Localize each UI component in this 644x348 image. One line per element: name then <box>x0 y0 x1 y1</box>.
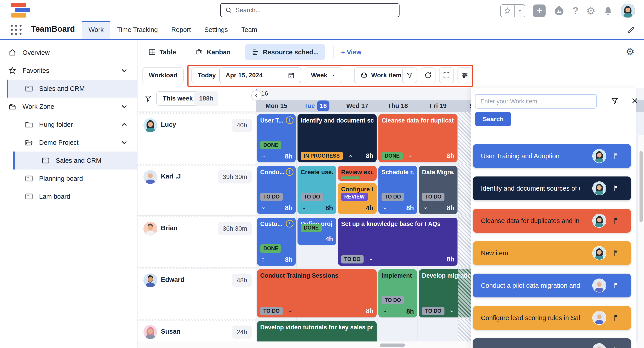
horizontal-scrollbar[interactable] <box>380 343 405 347</box>
chevron-down-icon[interactable] <box>287 309 294 314</box>
chevron-down-icon[interactable] <box>407 154 414 158</box>
chevron-down-icon[interactable] <box>382 206 388 211</box>
task-card-implement[interactable]: Implement ...TO DO8h <box>378 269 417 317</box>
chevron-down-icon[interactable] <box>260 154 267 159</box>
favorite-split-button[interactable] <box>500 4 525 17</box>
task-card-condu[interactable]: Condu...!TO DO8h <box>257 166 296 214</box>
sidebar-item-sales-and-crm[interactable]: Sales and CRM <box>13 152 137 170</box>
date-picker[interactable]: Apr 15, 2024 <box>219 68 301 83</box>
task-card-user-t[interactable]: User T...!DONE8h <box>257 114 296 162</box>
global-search[interactable] <box>220 3 400 17</box>
task-card-define-proj[interactable]: Define proj...DONE4h <box>298 218 336 245</box>
task-card-identify-and-document-sou[interactable]: Identify and document sou...IN PROGRESS8… <box>298 114 376 162</box>
task-card-custo[interactable]: Custo...!DONE8h <box>257 218 296 266</box>
task-title: Develop video tutorials for key sales pr… <box>260 324 374 331</box>
today-button[interactable]: Today <box>192 68 222 83</box>
panel-search-button[interactable]: Search <box>475 112 511 126</box>
nav-tab-team[interactable]: Team <box>234 21 264 39</box>
nav-tab-time-tracking[interactable]: Time Tracking <box>110 21 164 39</box>
chevron-down-icon[interactable] <box>448 309 455 314</box>
chevron-down-icon[interactable] <box>382 309 388 314</box>
flag-icon <box>612 346 620 348</box>
filter-button[interactable] <box>402 68 417 83</box>
nav-tab-report[interactable]: Report <box>164 21 198 39</box>
sidebar-item-favorites[interactable]: Favorites <box>0 62 137 80</box>
panel-work-item-configure-lead-scoring-rules-in-salesf[interactable]: Configure lead scoring rules in Salesf..… <box>473 306 631 330</box>
tab-resource-scheduling[interactable]: Resource sched... <box>245 44 325 60</box>
sidebar-item-overview[interactable]: Overview <box>0 44 137 62</box>
work-item-title: Configure lead scoring rules in Salesf..… <box>481 306 580 330</box>
task-card-develop-video-tutorials-for-key-sales-proce[interactable]: Develop video tutorials for key sales pr… <box>257 321 376 341</box>
edit-pencil-icon[interactable] <box>627 26 636 34</box>
task-card-data-migra[interactable]: Data Migra...TO DO8h <box>419 166 458 214</box>
task-card-review-exi[interactable]: Review exi... <box>338 166 376 181</box>
nav-tab-settings[interactable]: Settings <box>198 21 234 39</box>
view-settings-gear-icon[interactable]: ⚙ <box>626 46 634 57</box>
task-title: Identify and document sou... <box>301 117 374 125</box>
task-card-configure-l[interactable]: Configure l...REVIEW4h <box>338 183 376 214</box>
chevron-up-icon[interactable] <box>120 120 128 129</box>
caret-down-icon[interactable] <box>514 5 525 17</box>
status-badge-to-do: TO DO <box>341 255 364 263</box>
plus-icon: + <box>536 6 542 16</box>
bell-icon[interactable] <box>603 6 613 16</box>
collapse-panel-button[interactable] <box>251 90 262 101</box>
nav-tab-work[interactable]: Work <box>82 21 110 39</box>
star-icon[interactable] <box>501 5 514 17</box>
panel-work-item-cleanse-data-for-duplicates-and-inacc[interactable]: Cleanse data for duplicates and inacc... <box>473 209 631 233</box>
work-item-button[interactable]: Work item <box>354 68 408 83</box>
sidebar-item-work-zone[interactable]: Work Zone <box>0 98 137 116</box>
task-title: Create use... <box>301 169 333 176</box>
task-card-cleanse-data-for-duplicate[interactable]: Cleanse data for duplicate...DONE8h <box>378 114 458 162</box>
chevron-down-icon[interactable] <box>120 66 128 75</box>
chevron-down-icon[interactable] <box>120 138 128 147</box>
chevron-down-icon[interactable] <box>260 206 267 211</box>
sidebar: OverviewFavoritesSales and CRMWork ZoneH… <box>0 40 138 348</box>
panel-work-item-new-item[interactable]: New item <box>473 241 631 265</box>
panel-work-item-user-training-and-adoption[interactable]: User Training and Adoption <box>473 144 631 168</box>
panel-work-item-identify-and-document-sources-of-exi[interactable]: Identify and document sources of exi... <box>473 176 631 200</box>
create-button[interactable]: + <box>533 5 546 17</box>
sidebar-item-lam-board[interactable]: Lam board <box>0 187 137 205</box>
warning-icon: ! <box>286 220 294 227</box>
panel-filter-icon[interactable] <box>611 97 619 105</box>
resource-filter-icon[interactable] <box>144 94 152 103</box>
settings-sliders-button[interactable] <box>458 68 472 83</box>
fullscreen-button[interactable] <box>439 68 454 83</box>
help-icon[interactable]: ? <box>572 5 578 17</box>
sidebar-item-hung-folder[interactable]: Hung folder <box>0 116 137 134</box>
sidebar-item-sales-and-crm[interactable]: Sales and CRM <box>7 80 137 98</box>
chevron-up-icon[interactable] <box>347 154 354 158</box>
chevron-down-icon[interactable] <box>368 257 374 262</box>
task-card-schedule-r[interactable]: Schedule r...TO DO8h <box>378 166 417 214</box>
chevron-down-icon[interactable] <box>120 102 128 111</box>
panel-work-item-conduct-a-pilot-data-migration-and-va[interactable]: Conduct a pilot data migration and va... <box>473 274 631 297</box>
tabs-divider <box>334 46 334 58</box>
gear-icon[interactable]: ⚙ <box>586 5 596 17</box>
chevron-down-icon[interactable] <box>422 206 429 211</box>
work-item-search-input[interactable] <box>475 94 597 109</box>
this-week-button[interactable]: This week <box>156 91 199 106</box>
panel-work-item-item[interactable] <box>473 338 631 348</box>
refresh-button[interactable] <box>421 68 436 83</box>
workload-button[interactable]: Workload <box>142 68 184 83</box>
apps-icon[interactable] <box>553 5 565 17</box>
panel-close-icon[interactable] <box>631 97 638 105</box>
chevron-down-icon[interactable] <box>301 206 308 211</box>
resource-name: Brian <box>161 224 178 232</box>
menu-icon[interactable] <box>260 257 267 262</box>
search-input[interactable] <box>236 7 394 14</box>
user-avatar[interactable] <box>621 4 635 18</box>
sidebar-item-demo-project[interactable]: Demo Project <box>0 134 137 152</box>
task-card-set-up-a-knowledge-base-for-faqs[interactable]: Set up a knowledge base for FAQsTO DO8h <box>338 218 458 266</box>
app-launcher-icon[interactable] <box>11 25 22 36</box>
task-card-conduct-training-sessions[interactable]: Conduct Training SessionsTO DO8h <box>257 269 376 317</box>
sidebar-item-planning-board[interactable]: Planning board <box>0 170 137 187</box>
range-dropdown[interactable]: Week <box>305 68 342 83</box>
task-card-create-use[interactable]: Create use...TO DO8h <box>298 166 336 214</box>
tab-table[interactable]: Table <box>148 44 176 60</box>
tab-kanban[interactable]: Kanban <box>196 44 230 60</box>
task-hours: 8h <box>406 204 414 212</box>
add-view-button[interactable]: + View <box>341 44 362 60</box>
vertical-scrollbar[interactable] <box>640 151 643 222</box>
